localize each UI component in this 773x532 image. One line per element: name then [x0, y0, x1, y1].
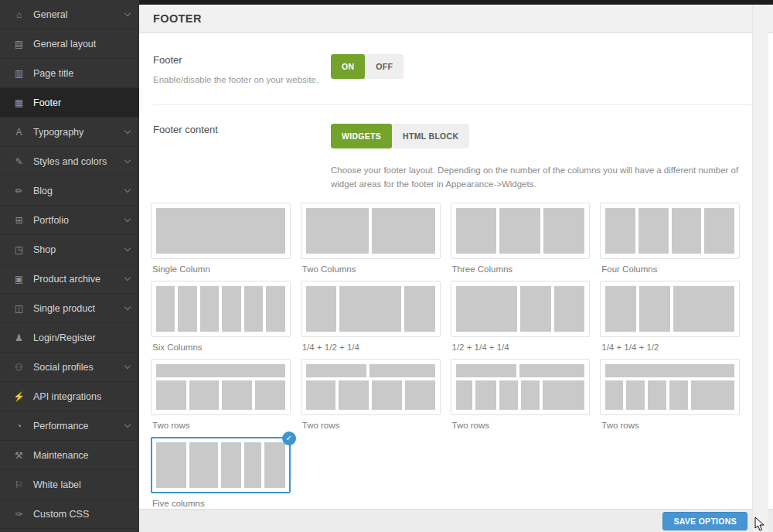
html-block-button[interactable]: HTML BLOCK [392, 124, 469, 148]
sidebar-item-typography[interactable]: ATypography [0, 118, 139, 147]
sidebar-item-white-label[interactable]: ⚐White label [0, 470, 139, 500]
layout-option-five-columns[interactable]: ✓Five columns [151, 437, 291, 508]
maintenance-icon: ⚒ [13, 450, 25, 461]
column-block [669, 380, 688, 410]
typography-icon: A [13, 127, 25, 138]
layout-option-label: 1/2 + 1/4 + 1/4 [452, 343, 591, 352]
thumbnail-row [605, 208, 734, 254]
chevron-down-icon [124, 157, 131, 163]
sidebar-item-footer[interactable]: ▦Footer [0, 88, 139, 118]
thumbnail-row [605, 286, 734, 332]
footer-off-button[interactable]: OFF [365, 54, 404, 79]
save-options-button[interactable]: SAVE OPTIONS [662, 512, 747, 530]
column-block [372, 208, 434, 254]
layout-option-label: Six Columns [152, 343, 291, 352]
column-block [405, 380, 435, 410]
widgets-button[interactable]: WIDGETS [331, 124, 392, 148]
layout-thumbnail [451, 359, 591, 415]
sidebar-item-label: Maintenance [33, 450, 130, 461]
layout-option-1-2-1-4-1-4[interactable]: 1/2 + 1/4 + 1/4 [451, 281, 591, 352]
mouse-cursor-icon [754, 517, 767, 532]
column-block [221, 442, 240, 488]
sidebar-item-general[interactable]: ⌂General [0, 0, 139, 29]
sidebar-item-custom-css[interactable]: ✑Custom CSS [0, 500, 139, 529]
layout-thumbnail [301, 203, 441, 259]
sidebar-item-general-layout[interactable]: ▤General layout [0, 29, 139, 59]
page-title-icon: ▥ [13, 68, 25, 79]
layout-option-six-columns[interactable]: Six Columns [151, 281, 291, 352]
theme-options-page: ⌂General▤General layout▥Page title▦Foote… [0, 0, 773, 532]
footer-content-toggle: WIDGETS HTML BLOCK [331, 124, 469, 148]
column-block [222, 286, 240, 332]
column-block [475, 380, 496, 410]
page-title: FOOTER [153, 12, 202, 25]
thumbnail-row [156, 286, 285, 332]
thumbnail-row [306, 286, 435, 332]
sidebar-item-label: Social profiles [33, 362, 125, 373]
layout-option-two-rows[interactable]: Two rows [451, 359, 591, 430]
layout-option-two-columns[interactable]: Two Columns [301, 203, 441, 274]
chevron-down-icon [124, 421, 131, 428]
main-content: FOOTER Footer Enable/disable the footer … [139, 5, 773, 532]
sidebar-item-api-integrations[interactable]: ⚡API integrations [0, 382, 139, 411]
blog-icon: ✏ [13, 186, 25, 196]
sidebar-item-shop[interactable]: ◳Shop [0, 235, 139, 264]
layout-option-two-rows[interactable]: Two rows [301, 359, 441, 430]
layout-option-two-rows[interactable]: Two rows [600, 359, 740, 430]
layout-option-1-4-1-2-1-4[interactable]: 1/4 + 1/2 + 1/4 [301, 281, 441, 352]
layout-thumbnail [151, 359, 291, 415]
page-header: FOOTER [139, 5, 773, 33]
sidebar-item-maintenance[interactable]: ⚒Maintenance [0, 441, 139, 470]
sidebar-item-label: Styles and colors [33, 156, 125, 167]
chevron-down-icon [124, 363, 131, 369]
column-block [605, 380, 623, 410]
column-block [306, 286, 337, 332]
layout-option-label: Five columns [152, 499, 291, 508]
thumbnail-row [605, 380, 734, 410]
layout-option-four-columns[interactable]: Four Columns [600, 203, 740, 274]
footer-on-button[interactable]: ON [331, 54, 365, 79]
column-block [372, 380, 402, 410]
chevron-down-icon [124, 216, 131, 222]
column-block [456, 364, 516, 377]
layout-icon: ▤ [13, 39, 25, 49]
layout-option-label: 1/4 + 1/4 + 1/2 [601, 343, 740, 352]
layout-thumbnail [151, 281, 291, 337]
sidebar-item-label: White label [33, 479, 130, 490]
column-block [156, 380, 186, 410]
chevron-down-icon [124, 10, 131, 16]
sidebar-item-styles-and-colors[interactable]: ✎Styles and colors [0, 147, 139, 176]
layout-option-label: Two rows [302, 421, 441, 430]
layout-option-label: Three Columns [452, 264, 591, 274]
layout-option-two-rows[interactable]: Two rows [151, 359, 291, 430]
sidebar-item-product-archive[interactable]: ▣Product archive [0, 264, 139, 294]
scrollbar[interactable] [752, 5, 768, 532]
column-block [369, 364, 435, 377]
sidebar-item-page-title[interactable]: ▥Page title [0, 59, 139, 88]
layout-option-1-4-1-4-1-2[interactable]: 1/4 + 1/4 + 1/2 [600, 281, 740, 352]
layout-thumbnail [301, 281, 441, 337]
sidebar: ⌂General▤General layout▥Page title▦Foote… [0, 0, 139, 532]
chevron-down-icon [124, 128, 131, 134]
footer-layout-description: Choose your footer layout. Depending on … [331, 164, 751, 192]
sidebar-item-label: Page title [33, 68, 130, 79]
sidebar-item-label: API integrations [33, 391, 130, 402]
footer-on-off-toggle: ON OFF [331, 54, 404, 79]
column-block [266, 286, 284, 332]
sidebar-item-performance[interactable]: ◔Performance [0, 411, 139, 441]
sidebar-item-social-profiles[interactable]: ⚇Social profiles [0, 353, 139, 382]
sidebar-item-blog[interactable]: ✏Blog [0, 176, 139, 206]
sidebar-item-portfolio[interactable]: ⊞Portfolio [0, 206, 139, 235]
sidebar-item-login-register[interactable]: ♟Login/Register [0, 323, 139, 353]
column-block [244, 442, 261, 488]
layout-option-label: Four Columns [601, 264, 740, 274]
column-block [156, 364, 285, 377]
layout-option-three-columns[interactable]: Three Columns [451, 203, 591, 274]
layout-thumbnail [301, 359, 441, 415]
thumbnail-row [605, 364, 734, 377]
sidebar-item-single-product[interactable]: ◫Single product [0, 294, 139, 323]
social-icon: ⚇ [13, 362, 25, 373]
layout-option-single-column[interactable]: Single Column [151, 203, 291, 274]
sidebar-item-label: Login/Register [33, 332, 130, 343]
footer-toggle-label: Footer [153, 54, 331, 66]
